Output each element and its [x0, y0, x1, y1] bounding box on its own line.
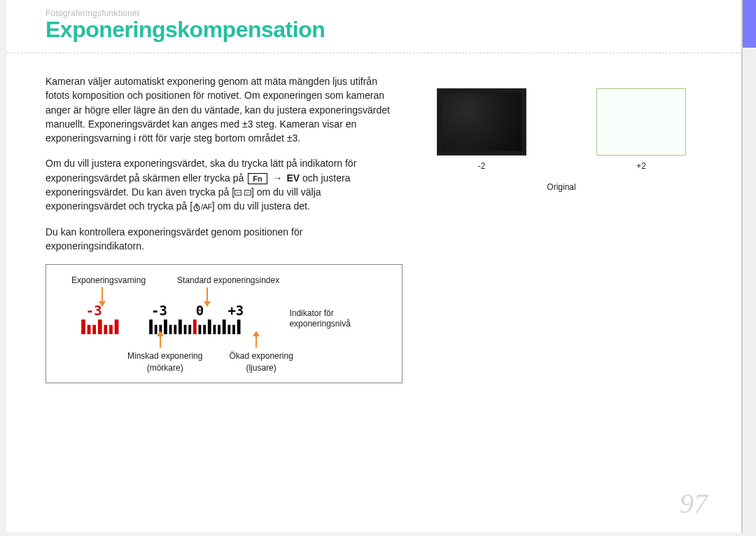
label-indicator: Indikator för exponeringsnivå: [289, 304, 392, 330]
svg-rect-5: [81, 319, 85, 334]
svg-rect-30: [223, 319, 226, 334]
page-number: 97: [680, 487, 708, 520]
side-tab: [742, 0, 756, 48]
display-icon-2: [244, 190, 251, 195]
pointer-arrow: [160, 334, 161, 348]
paragraph-3: Du kan kontrollera exponeringsvärdet gen…: [46, 225, 402, 254]
thumb-label-plus2: +2: [596, 161, 686, 171]
svg-rect-32: [232, 324, 235, 334]
svg-rect-20: [174, 324, 176, 334]
timer-af-icon: /AF: [192, 202, 212, 211]
examples-column: -2 +2 Original: [402, 74, 720, 383]
pointer-arrow: [102, 287, 103, 303]
svg-rect-11: [115, 319, 119, 334]
svg-rect-33: [237, 319, 241, 334]
ev-label: EV: [286, 172, 300, 184]
pointer-arrow: [206, 287, 208, 303]
svg-rect-7: [92, 324, 96, 334]
p2-part-d: ] om du vill justera det.: [212, 200, 310, 212]
exposure-diagram: Exponeringsvarning Standard exponeringsi…: [46, 264, 402, 383]
svg-rect-15: [149, 319, 153, 334]
body-text-column: Kameran väljer automatiskt exponering ge…: [46, 74, 402, 383]
example-image-dark: [437, 88, 526, 156]
thumb-label-minus2: -2: [437, 161, 526, 171]
svg-text:+3: +3: [227, 304, 244, 318]
paragraph-1: Kameran väljer automatiskt exponering ge…: [46, 74, 402, 145]
label-increase: Ökad exponering (ljusare): [229, 350, 293, 375]
svg-rect-25: [199, 324, 202, 334]
svg-rect-22: [184, 324, 187, 334]
svg-line-2: [197, 208, 198, 209]
svg-rect-31: [227, 324, 230, 334]
original-label: Original: [402, 182, 720, 192]
svg-rect-24: [193, 319, 197, 334]
example-image-bright: [596, 88, 686, 156]
svg-rect-6: [88, 324, 91, 334]
label-standard: Standard exponeringsindex: [177, 275, 279, 287]
svg-rect-18: [164, 319, 167, 334]
svg-rect-8: [98, 319, 102, 334]
thumbnail-underexposed: -2: [437, 88, 526, 171]
pointer-arrow: [255, 334, 257, 348]
pointer-arrowhead: [204, 301, 211, 307]
arrow-icon: →: [273, 172, 283, 184]
paragraph-2: Om du vill justera exponeringsvärdet, sk…: [46, 156, 402, 213]
label-warning: Exponeringsvarning: [71, 275, 146, 287]
svg-rect-19: [169, 324, 172, 334]
svg-text:0: 0: [196, 304, 204, 318]
svg-rect-28: [213, 324, 216, 334]
exposure-scale: -3 -3 0 +3: [56, 304, 282, 336]
manual-page: Fotograferingsfunktioner Exponeringskomp…: [6, 0, 743, 532]
svg-rect-10: [109, 324, 113, 334]
display-icon: [234, 190, 241, 195]
svg-rect-9: [104, 324, 107, 334]
svg-rect-29: [218, 324, 220, 334]
pointer-arrowhead: [99, 301, 106, 307]
fn-button-icon: Fn: [248, 173, 267, 184]
thumbnail-overexposed: +2: [596, 88, 686, 171]
svg-text:-3: -3: [151, 304, 167, 318]
svg-rect-21: [178, 319, 182, 334]
label-decrease: Minskad exponering (mörkare): [127, 350, 202, 375]
svg-rect-27: [208, 319, 211, 334]
svg-rect-23: [188, 324, 191, 334]
svg-rect-26: [203, 324, 206, 334]
page-title: Exponeringskompensation: [46, 17, 741, 43]
